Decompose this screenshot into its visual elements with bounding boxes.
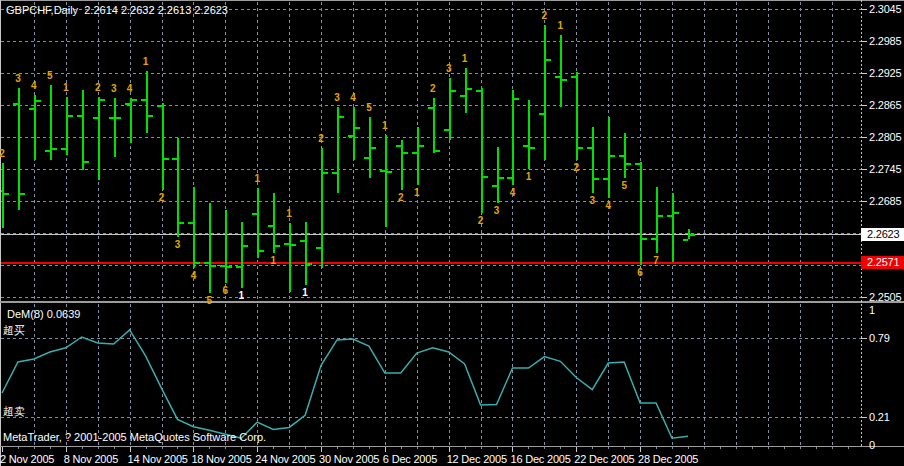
copyright-label: MetaTrader, ? 2001-2005 MetaQuotes Softw… — [3, 431, 266, 443]
overbought-label: 超买 — [3, 323, 25, 338]
price-pane[interactable] — [0, 0, 861, 301]
oversold-label: 超卖 — [3, 404, 25, 419]
indicator-pane[interactable] — [0, 302, 861, 446]
indicator-title: DeM(8) 0.0639 — [7, 308, 80, 320]
chart-title: GBPCHF,Daily 2.2614 2.2632 2.2613 2.2623 — [6, 4, 228, 16]
price-axis[interactable] — [861, 0, 904, 446]
chart-window: 2345123412345611111234512123123412123456… — [0, 0, 904, 466]
time-axis[interactable] — [0, 446, 904, 466]
